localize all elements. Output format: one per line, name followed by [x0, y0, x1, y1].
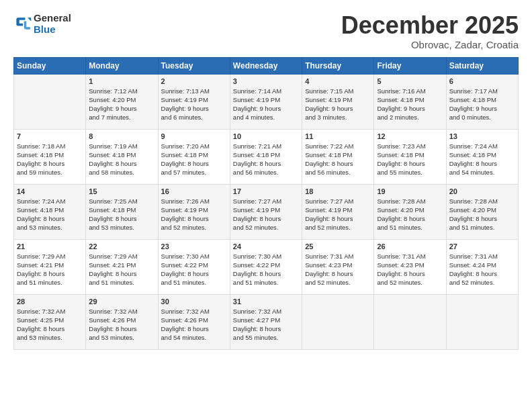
calendar-cell: 27Sunrise: 7:31 AM Sunset: 4:24 PM Dayli…	[446, 239, 518, 294]
calendar-cell: 14Sunrise: 7:24 AM Sunset: 4:18 PM Dayli…	[14, 184, 86, 239]
day-number: 13	[449, 132, 515, 140]
calendar-cell: 9Sunrise: 7:20 AM Sunset: 4:18 PM Daylig…	[158, 129, 230, 184]
day-number: 30	[161, 298, 227, 306]
week-row-3: 14Sunrise: 7:24 AM Sunset: 4:18 PM Dayli…	[14, 184, 519, 239]
day-number: 1	[89, 77, 154, 85]
day-info: Sunrise: 7:28 AM Sunset: 4:20 PM Dayligh…	[449, 197, 515, 232]
calendar-cell: 10Sunrise: 7:21 AM Sunset: 4:18 PM Dayli…	[230, 129, 302, 184]
logo-text-block: General Blue	[34, 12, 71, 35]
day-info: Sunrise: 7:32 AM Sunset: 4:25 PM Dayligh…	[17, 307, 83, 342]
calendar-cell: 1Sunrise: 7:12 AM Sunset: 4:20 PM Daylig…	[86, 74, 158, 129]
day-number: 5	[377, 77, 443, 85]
day-info: Sunrise: 7:30 AM Sunset: 4:22 PM Dayligh…	[161, 252, 227, 287]
calendar-table: SundayMondayTuesdayWednesdayThursdayFrid…	[13, 57, 519, 350]
col-header-saturday: Saturday	[446, 57, 518, 74]
logo-general: General	[34, 12, 71, 24]
header-row: SundayMondayTuesdayWednesdayThursdayFrid…	[14, 57, 519, 74]
logo-blue: Blue	[34, 24, 56, 35]
calendar-cell	[302, 294, 374, 349]
calendar-cell: 8Sunrise: 7:19 AM Sunset: 4:18 PM Daylig…	[86, 129, 158, 184]
day-number: 8	[89, 132, 154, 140]
title-area: December 2025 Obrovac, Zadar, Croatia	[341, 12, 519, 50]
day-info: Sunrise: 7:21 AM Sunset: 4:18 PM Dayligh…	[233, 142, 299, 177]
calendar-cell: 21Sunrise: 7:29 AM Sunset: 4:21 PM Dayli…	[14, 239, 86, 294]
day-info: Sunrise: 7:23 AM Sunset: 4:18 PM Dayligh…	[377, 142, 443, 177]
day-info: Sunrise: 7:16 AM Sunset: 4:18 PM Dayligh…	[377, 87, 443, 122]
day-info: Sunrise: 7:20 AM Sunset: 4:18 PM Dayligh…	[161, 142, 227, 177]
col-header-wednesday: Wednesday	[230, 57, 302, 74]
day-info: Sunrise: 7:28 AM Sunset: 4:20 PM Dayligh…	[377, 197, 443, 232]
calendar-cell: 3Sunrise: 7:14 AM Sunset: 4:19 PM Daylig…	[230, 74, 302, 129]
day-number: 19	[377, 187, 443, 195]
week-row-4: 21Sunrise: 7:29 AM Sunset: 4:21 PM Dayli…	[14, 239, 519, 294]
day-info: Sunrise: 7:27 AM Sunset: 4:19 PM Dayligh…	[233, 197, 299, 232]
day-number: 24	[233, 242, 299, 250]
calendar-cell: 24Sunrise: 7:30 AM Sunset: 4:22 PM Dayli…	[230, 239, 302, 294]
calendar-cell	[446, 294, 518, 349]
calendar-cell: 5Sunrise: 7:16 AM Sunset: 4:18 PM Daylig…	[374, 74, 446, 129]
day-number: 3	[233, 77, 299, 85]
day-info: Sunrise: 7:13 AM Sunset: 4:19 PM Dayligh…	[161, 87, 227, 122]
day-info: Sunrise: 7:24 AM Sunset: 4:18 PM Dayligh…	[17, 197, 83, 232]
day-info: Sunrise: 7:22 AM Sunset: 4:18 PM Dayligh…	[305, 142, 371, 177]
week-row-2: 7Sunrise: 7:18 AM Sunset: 4:18 PM Daylig…	[14, 129, 519, 184]
day-number: 21	[17, 242, 83, 250]
col-header-tuesday: Tuesday	[158, 57, 230, 74]
calendar-cell: 6Sunrise: 7:17 AM Sunset: 4:18 PM Daylig…	[446, 74, 518, 129]
day-number: 23	[161, 242, 227, 250]
col-header-monday: Monday	[86, 57, 158, 74]
day-info: Sunrise: 7:31 AM Sunset: 4:24 PM Dayligh…	[449, 252, 515, 287]
logo: General Blue	[13, 12, 71, 35]
calendar-cell: 23Sunrise: 7:30 AM Sunset: 4:22 PM Dayli…	[158, 239, 230, 294]
day-info: Sunrise: 7:32 AM Sunset: 4:26 PM Dayligh…	[89, 307, 154, 342]
calendar-cell: 22Sunrise: 7:29 AM Sunset: 4:21 PM Dayli…	[86, 239, 158, 294]
calendar-cell: 12Sunrise: 7:23 AM Sunset: 4:18 PM Dayli…	[374, 129, 446, 184]
day-number: 6	[449, 77, 515, 85]
day-number: 27	[449, 242, 515, 250]
day-number: 20	[449, 187, 515, 195]
day-info: Sunrise: 7:17 AM Sunset: 4:18 PM Dayligh…	[449, 87, 515, 122]
day-number: 28	[17, 298, 83, 306]
day-info: Sunrise: 7:26 AM Sunset: 4:19 PM Dayligh…	[161, 197, 227, 232]
calendar-cell	[14, 74, 86, 129]
day-number: 18	[305, 187, 371, 195]
calendar-cell: 19Sunrise: 7:28 AM Sunset: 4:20 PM Dayli…	[374, 184, 446, 239]
calendar-cell: 18Sunrise: 7:27 AM Sunset: 4:19 PM Dayli…	[302, 184, 374, 239]
day-info: Sunrise: 7:29 AM Sunset: 4:21 PM Dayligh…	[17, 252, 83, 287]
col-header-sunday: Sunday	[14, 57, 86, 74]
calendar-cell: 28Sunrise: 7:32 AM Sunset: 4:25 PM Dayli…	[14, 294, 86, 349]
day-number: 31	[233, 298, 299, 306]
day-number: 10	[233, 132, 299, 140]
calendar-cell: 29Sunrise: 7:32 AM Sunset: 4:26 PM Dayli…	[86, 294, 158, 349]
calendar-cell	[374, 294, 446, 349]
day-info: Sunrise: 7:32 AM Sunset: 4:27 PM Dayligh…	[233, 307, 299, 342]
location: Obrovac, Zadar, Croatia	[341, 39, 519, 50]
day-number: 14	[17, 187, 83, 195]
logo-icon	[13, 14, 32, 33]
day-number: 4	[305, 77, 371, 85]
calendar-cell: 30Sunrise: 7:32 AM Sunset: 4:26 PM Dayli…	[158, 294, 230, 349]
day-number: 12	[377, 132, 443, 140]
day-info: Sunrise: 7:31 AM Sunset: 4:23 PM Dayligh…	[305, 252, 371, 287]
calendar-cell: 16Sunrise: 7:26 AM Sunset: 4:19 PM Dayli…	[158, 184, 230, 239]
calendar-cell: 17Sunrise: 7:27 AM Sunset: 4:19 PM Dayli…	[230, 184, 302, 239]
day-info: Sunrise: 7:15 AM Sunset: 4:19 PM Dayligh…	[305, 87, 371, 122]
calendar-cell: 13Sunrise: 7:24 AM Sunset: 4:18 PM Dayli…	[446, 129, 518, 184]
day-info: Sunrise: 7:31 AM Sunset: 4:23 PM Dayligh…	[377, 252, 443, 287]
calendar-cell: 26Sunrise: 7:31 AM Sunset: 4:23 PM Dayli…	[374, 239, 446, 294]
day-number: 7	[17, 132, 83, 140]
calendar-cell: 15Sunrise: 7:25 AM Sunset: 4:18 PM Dayli…	[86, 184, 158, 239]
day-info: Sunrise: 7:12 AM Sunset: 4:20 PM Dayligh…	[89, 87, 154, 122]
day-info: Sunrise: 7:19 AM Sunset: 4:18 PM Dayligh…	[89, 142, 154, 177]
day-number: 15	[89, 187, 154, 195]
week-row-5: 28Sunrise: 7:32 AM Sunset: 4:25 PM Dayli…	[14, 294, 519, 349]
day-number: 16	[161, 187, 227, 195]
day-number: 2	[161, 77, 227, 85]
col-header-friday: Friday	[374, 57, 446, 74]
day-number: 22	[89, 242, 154, 250]
week-row-1: 1Sunrise: 7:12 AM Sunset: 4:20 PM Daylig…	[14, 74, 519, 129]
day-info: Sunrise: 7:14 AM Sunset: 4:19 PM Dayligh…	[233, 87, 299, 122]
col-header-thursday: Thursday	[302, 57, 374, 74]
calendar-cell: 11Sunrise: 7:22 AM Sunset: 4:18 PM Dayli…	[302, 129, 374, 184]
calendar-cell: 31Sunrise: 7:32 AM Sunset: 4:27 PM Dayli…	[230, 294, 302, 349]
